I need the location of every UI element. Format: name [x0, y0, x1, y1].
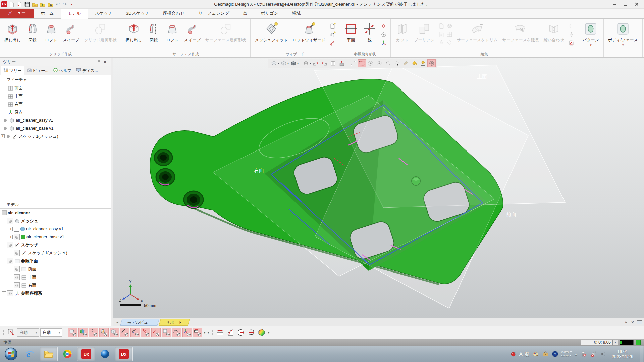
visibility-toggle-refpoint-icon[interactable] [141, 328, 150, 337]
tree-item[interactable]: −参照平面 [0, 257, 111, 265]
wiz-sketch-icon[interactable] [329, 22, 336, 30]
taskbar-ie-button[interactable]: e [21, 347, 39, 361]
tree-item[interactable]: +air_cleaner_assy v1 [0, 225, 111, 233]
tab-3Dスケッチ[interactable]: 3Dスケッチ [119, 9, 156, 18]
circle-select-icon[interactable] [366, 59, 375, 67]
tree-item[interactable]: −メッシュ [0, 217, 111, 225]
redo-icon[interactable]: ↷ [62, 1, 68, 7]
visibility-toggle-region-icon[interactable] [99, 328, 109, 337]
ime-indicator[interactable]: A 般 [519, 351, 530, 357]
snap-mode-select[interactable]: 自動▾ [40, 328, 62, 337]
tray-expand-icon[interactable]: ▲ [574, 352, 578, 356]
plane-label-front[interactable]: 前面 [506, 211, 516, 217]
tree-item[interactable]: air_cleaner [0, 209, 111, 217]
expand-minus-icon[interactable]: − [2, 219, 6, 223]
panel-tab-ツリー[interactable]: ツリー [1, 66, 24, 75]
overflow-chevron-icon[interactable]: ▾ [207, 331, 210, 334]
more-icon[interactable]: ▾ [69, 3, 75, 6]
tray-power-icon[interactable] [590, 350, 597, 358]
tree-item[interactable]: −スケッチ [0, 241, 111, 249]
tab-領域[interactable]: 領域 [285, 9, 307, 18]
view-tab-モデルビュー[interactable]: モデルビュー [120, 319, 159, 326]
expand-plus-icon[interactable]: + [2, 291, 6, 295]
shaded-dark-display-icon[interactable] [289, 59, 298, 67]
tab-点[interactable]: 点 [236, 9, 254, 18]
tree-item[interactable]: 前面 [0, 265, 111, 273]
tray-volume-icon[interactable] [599, 350, 607, 358]
taskbar-sphere-button[interactable] [96, 347, 114, 361]
brush-select-icon[interactable] [401, 59, 410, 67]
tree-item[interactable]: +スケッチ1(メッシュ) [0, 132, 111, 140]
expand-plus-icon[interactable]: + [1, 134, 5, 138]
plane-label-top[interactable]: 上面 [477, 74, 487, 79]
dropdown-arrow-icon[interactable]: ▾ [267, 331, 270, 334]
taskbar-chrome-button[interactable] [58, 347, 76, 361]
expand-minus-icon[interactable]: − [2, 259, 6, 263]
ribbon-button-回転[interactable]: 回転 [23, 20, 42, 43]
ribbon-button-パターン[interactable]: パターン▼ [580, 20, 601, 47]
toolbar-grip[interactable] [64, 328, 66, 337]
visibility-toggle-measure-icon[interactable] [193, 328, 202, 337]
taskbar-dx-button[interactable]: Dx [77, 347, 95, 361]
plane-label-right[interactable]: 右面 [254, 167, 264, 173]
panel-tab-ヘルプ[interactable]: ?ヘルプ [51, 66, 74, 75]
tab-ホーム[interactable]: ホーム [34, 9, 61, 18]
tree-item[interactable]: +air_cleaner_base v1 [0, 233, 111, 241]
open-doc-icon[interactable] [16, 1, 23, 8]
taskbar-folder-button[interactable] [40, 347, 58, 361]
tray-flag-icon[interactable] [580, 350, 587, 358]
tray-app-icon[interactable] [509, 350, 517, 358]
edit-c-icon[interactable] [438, 31, 445, 38]
flood-select-icon[interactable] [419, 59, 427, 67]
taskbar-dx-button[interactable]: Dx [115, 347, 133, 361]
visibility-toggle-body-icon[interactable] [110, 328, 119, 337]
edit-f-icon[interactable] [446, 39, 453, 46]
toolbar-grip[interactable] [3, 328, 5, 337]
tree-item[interactable]: 上面 [0, 92, 111, 100]
tree-item[interactable]: 右面 [0, 100, 111, 108]
wiz-sweep-icon[interactable] [329, 39, 336, 47]
visibility-eye-icon[interactable] [7, 290, 13, 296]
folder-import-icon[interactable] [32, 1, 38, 8]
ribbon-button-線[interactable]: 線 [360, 20, 379, 43]
visibility-toggle-refline-icon[interactable] [151, 328, 161, 337]
folder-settings-icon[interactable] [47, 1, 54, 8]
undo-icon[interactable]: ↶ [55, 1, 61, 7]
edit-e-icon[interactable] [438, 39, 445, 46]
tab-メニュー[interactable]: メニュー [0, 8, 34, 18]
close-tab-icon[interactable]: ✕ [630, 320, 635, 325]
visibility-toggle-curve-icon[interactable] [172, 328, 181, 337]
mesh-display-icon[interactable] [270, 59, 278, 67]
shaded-display-icon[interactable] [279, 59, 288, 67]
selection-filter-icon[interactable] [7, 328, 16, 337]
taskbar-clock[interactable]: 16:012023/11/26 [609, 349, 636, 359]
measure-ruler-icon[interactable] [215, 328, 225, 337]
tree-item[interactable]: スケッチ1(メッシュ) [0, 249, 111, 257]
visibility-toggle-refplane-icon[interactable] [162, 328, 171, 337]
tree-item[interactable]: +参照座標系 [0, 289, 111, 297]
ribbon-button-押し出し[interactable]: 押し出し [123, 20, 145, 43]
measure-radius-icon[interactable] [236, 328, 246, 337]
close-icon[interactable]: ✕ [102, 59, 108, 65]
visibility-eye-icon[interactable] [14, 234, 20, 240]
tab-サーフェシング[interactable]: サーフェシング [192, 9, 236, 18]
next-tab-icon[interactable]: ▸ [624, 320, 629, 324]
lasso-select-icon[interactable] [392, 59, 401, 67]
dropdown-arrow-icon[interactable]: ▾ [203, 331, 206, 334]
line-select-icon[interactable] [349, 59, 357, 67]
folder-export-icon[interactable] [39, 1, 46, 8]
show-desktop-button[interactable] [640, 346, 643, 362]
tray-toolbox-icon[interactable] [542, 350, 549, 358]
expand-plus-icon[interactable]: + [9, 227, 13, 231]
keyboard-state-indicator[interactable]: CAPSKANA▼ [561, 351, 572, 357]
dropdown-arrow-icon[interactable]: ▼ [622, 44, 624, 47]
wiz-revolve-icon[interactable] [329, 31, 336, 38]
ellipse-select-icon[interactable] [375, 59, 383, 67]
viewport-3d[interactable]: 上面 右面 前面 Y Z X [113, 58, 644, 318]
tree-item[interactable]: air_cleaner_assy v1 [0, 116, 111, 124]
visibility-eye-icon[interactable] [14, 266, 20, 272]
freeform-select-icon[interactable] [384, 59, 392, 67]
visibility-eye-icon[interactable] [7, 258, 13, 264]
screen-icon[interactable] [637, 320, 642, 324]
visibility-eye-icon[interactable] [7, 218, 13, 224]
